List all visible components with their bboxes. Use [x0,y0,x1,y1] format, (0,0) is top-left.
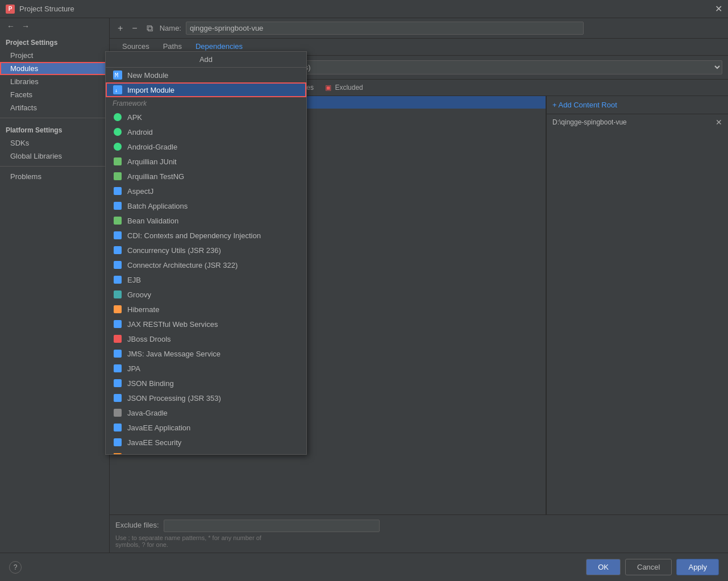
exclude-row: Exclude files: Use ; to separate name pa… [110,514,728,553]
exclude-label: Exclude files: [115,521,159,529]
dropdown-item-ejb[interactable]: EJB [106,272,306,287]
sidebar-item-problems[interactable]: Problems [0,170,109,183]
help-button[interactable]: ? [9,561,22,574]
name-label: Name: [160,24,181,32]
dropdown-item-jboss-drools[interactable]: JBoss Drools [106,331,306,346]
sub-tab-excluded[interactable]: ▣ Excluded [321,82,368,93]
hibernate-icon [113,304,123,314]
dropdown-item-java-gradle[interactable]: Java-Gradle [106,405,306,420]
framework-label: Framework [106,97,306,110]
content-root-remove-button[interactable]: ✕ [715,118,722,127]
apk-icon [113,112,123,122]
sidebar-divider [0,118,109,118]
android-icon [113,127,123,137]
add-button[interactable]: + [115,22,125,35]
jax-restful-icon [113,319,123,329]
sidebar-item-modules[interactable]: Modules [0,62,109,75]
sidebar-item-project[interactable]: Project [0,49,109,62]
nav-forward-button[interactable]: → [19,20,32,32]
sidebar-item-sdks[interactable]: SDKs [0,136,109,150]
dropdown-import-module[interactable]: ↓ Import Module [106,82,306,97]
dropdown-header: Add [106,52,306,68]
javaee-application-icon [113,422,123,433]
sidebar-item-artifacts[interactable]: Artifacts [0,101,109,114]
dropdown-item-json-processing[interactable]: JSON Processing (JSR 353) [106,391,306,405]
dropdown-item-apk[interactable]: APK [106,110,306,125]
jms-icon [113,348,123,359]
content-root-panel: + Add Content Root D:\qingge-spingboot-v… [546,96,728,514]
dropdown-item-arquillian-junit[interactable]: Arquillian JUnit [106,154,306,169]
import-module-icon: ↓ [113,85,123,95]
dropdown-list: M New Module ↓ Import Module Framework A… [106,68,306,454]
svg-marker-8 [114,453,122,454]
dropdown-item-jms[interactable]: JMS: Java Message Service [106,346,306,361]
bottom-bar: ? OK Cancel Apply [0,553,728,581]
dropdown-item-android-gradle[interactable]: Android-Gradle [106,139,306,154]
sidebar-item-facets[interactable]: Facets [0,88,109,101]
dropdown-item-jax-restful[interactable]: JAX RESTful Web Services [106,317,306,331]
dropdown-item-kotlin[interactable]: Kotlin [106,450,306,454]
exclude-input[interactable] [164,520,380,532]
title-bar: P Project Structure ✕ [0,0,728,18]
dropdown-item-connector-architecture[interactable]: Connector Architecture (JSR 322) [106,258,306,272]
javaee-security-icon [113,437,123,447]
java-gradle-icon [113,408,123,418]
svg-text:M: M [115,72,118,78]
project-structure-dialog: P Project Structure ✕ ← → Project Settin… [0,0,728,581]
jpa-icon [113,363,123,374]
platform-settings-header: Platform Settings [0,122,109,136]
connector-architecture-icon [113,260,123,270]
json-binding-icon [113,378,123,388]
json-processing-icon [113,393,123,403]
nav-back-button[interactable]: ← [5,20,17,32]
project-settings-header: Project Settings [0,34,109,49]
title-bar-left: P Project Structure [6,5,74,14]
arquillian-testng-icon [113,171,123,181]
exclude-hint: Use ; to separate name patterns, * for a… [115,534,722,548]
add-dropdown: Add M New Module ↓ Import Module Framewo… [105,51,307,455]
dropdown-item-javaee-security[interactable]: JavaEE Security [106,435,306,450]
add-content-root-button[interactable]: + Add Content Root [552,101,617,109]
dropdown-item-jpa[interactable]: JPA [106,361,306,376]
dropdown-item-arquillian-testng[interactable]: Arquillian TestNG [106,169,306,184]
android-gradle-icon [113,142,123,152]
window-title: Project Structure [19,5,74,13]
sidebar-divider-2 [0,166,109,167]
sidebar-item-global-libraries[interactable]: Global Libraries [0,150,109,163]
sidebar: ← → Project Settings Project Modules Lib… [0,18,110,553]
close-button[interactable]: ✕ [715,5,722,14]
dropdown-new-module[interactable]: M New Module [106,68,306,82]
svg-text:↓: ↓ [115,88,118,93]
bean-validation-icon [113,215,123,226]
dropdown-item-concurrency-utils[interactable]: Concurrency Utils (JSR 236) [106,243,306,258]
dropdown-item-hibernate[interactable]: Hibernate [106,302,306,317]
dropdown-item-aspectj[interactable]: AspectJ [106,184,306,198]
dropdown-item-groovy[interactable]: Groovy [106,287,306,302]
remove-button[interactable]: − [130,22,139,35]
excluded-icon: ▣ [325,84,331,92]
content-root-path: D:\qingge-spingboot-vue [552,118,627,126]
dropdown-item-batch-applications[interactable]: Batch Applications [106,198,306,213]
content-root-header: + Add Content Root [547,96,728,114]
cancel-button[interactable]: Cancel [625,559,672,575]
cdi-icon [113,230,123,240]
dropdown-item-json-binding[interactable]: JSON Binding [106,376,306,391]
dropdown-item-bean-validation[interactable]: Bean Validation [106,213,306,228]
sidebar-item-libraries[interactable]: Libraries [0,75,109,88]
new-module-icon: M [113,70,123,80]
content-root-item: D:\qingge-spingboot-vue ✕ [547,114,728,130]
batch-applications-icon [113,201,123,211]
dropdown-item-cdi[interactable]: CDI: Contexts and Dependency Injection [106,228,306,243]
right-toolbar: + − ⧉ Name: [110,18,728,39]
name-input[interactable] [186,22,584,35]
copy-button[interactable]: ⧉ [144,22,155,35]
nav-arrows: ← → [0,18,109,34]
arquillian-junit-icon [113,156,123,167]
apply-button[interactable]: Apply [676,559,719,575]
app-icon: P [6,5,15,14]
dropdown-item-android[interactable]: Android [106,125,306,139]
kotlin-icon [113,452,123,454]
jboss-drools-icon [113,334,123,344]
dropdown-item-javaee-application[interactable]: JavaEE Application [106,420,306,435]
ok-button[interactable]: OK [586,559,621,575]
